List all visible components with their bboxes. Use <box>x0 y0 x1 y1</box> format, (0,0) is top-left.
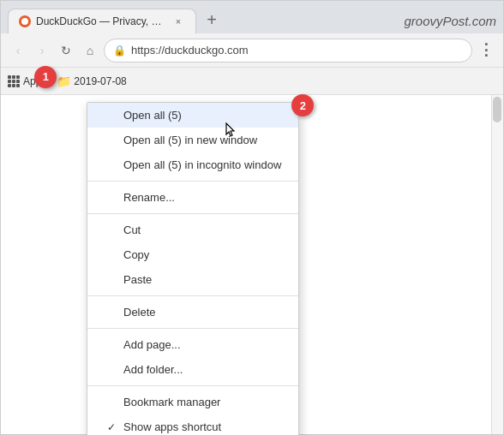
folder-wrapper: 📁 2019-07-08 1 <box>53 73 129 90</box>
context-menu-item-copy[interactable]: Copy <box>87 242 298 267</box>
folder-label: 2019-07-08 <box>74 75 126 87</box>
open-all-label: Open all (5) <box>123 109 182 122</box>
show-apps-label: Show apps shortcut <box>123 420 221 433</box>
paste-label: Paste <box>123 273 152 286</box>
context-menu-item-delete[interactable]: Delete <box>87 300 298 325</box>
browser-window: DuckDuckGo — Privacy, simplifie... × + g… <box>0 0 504 435</box>
separator-4 <box>87 328 298 329</box>
site-label: groovyPost.com <box>404 14 496 28</box>
apps-grid-icon <box>8 75 20 87</box>
bookmark-manager-label: Bookmark manager <box>123 396 220 408</box>
bookmarks-bar-inner: Apps 📁 2019-07-08 1 <box>8 73 130 90</box>
folder-icon: 📁 <box>57 74 71 88</box>
add-folder-label: Add folder... <box>123 363 183 376</box>
back-button[interactable]: ‹ <box>8 40 28 61</box>
delete-label: Delete <box>123 306 156 319</box>
context-menu-item-rename[interactable]: Rename... <box>87 185 298 210</box>
more-options-button[interactable]: ⋮ <box>476 40 496 61</box>
copy-label: Copy <box>123 248 149 261</box>
separator-1 <box>87 181 298 182</box>
annotation-2: 2 <box>291 94 314 116</box>
scrollbar-track[interactable] <box>491 95 503 434</box>
context-menu: Open all (5) 2 Open all (5) in new windo… <box>87 102 299 435</box>
address-bar[interactable]: 🔒 https://duckduckgo.com <box>104 39 472 63</box>
rename-label: Rename... <box>123 191 175 204</box>
separator-2 <box>87 213 298 214</box>
home-button[interactable]: ⌂ <box>80 40 100 61</box>
context-menu-item-show-apps[interactable]: ✓ Show apps shortcut <box>87 414 298 435</box>
active-tab[interactable]: DuckDuckGo — Privacy, simplifie... × <box>8 9 196 33</box>
reload-button[interactable]: ↻ <box>56 40 76 61</box>
open-new-window-label: Open all (5) in new window <box>123 134 257 146</box>
bookmarks-bar: Apps 📁 2019-07-08 1 <box>1 68 503 95</box>
scrollbar-thumb[interactable] <box>493 97 501 122</box>
tab-favicon <box>19 15 31 27</box>
context-menu-item-paste[interactable]: Paste <box>87 267 298 292</box>
tab-bar: DuckDuckGo — Privacy, simplifie... × + g… <box>1 1 503 33</box>
context-menu-item-open-all[interactable]: Open all (5) 2 <box>87 103 298 128</box>
bookmark-folder[interactable]: 📁 2019-07-08 <box>53 73 129 90</box>
annotation-1: 1 <box>34 66 57 88</box>
forward-button[interactable]: › <box>32 40 52 61</box>
tab-title: DuckDuckGo — Privacy, simplifie... <box>36 15 166 27</box>
context-menu-item-add-folder[interactable]: Add folder... <box>87 357 298 382</box>
separator-3 <box>87 295 298 296</box>
tab-close-button[interactable]: × <box>171 15 185 28</box>
context-menu-item-open-incognito[interactable]: Open all (5) in incognito window <box>87 152 298 177</box>
context-menu-item-add-page[interactable]: Add page... <box>87 332 298 357</box>
url-text: https://duckduckgo.com <box>131 44 249 57</box>
context-menu-item-cut[interactable]: Cut <box>87 218 298 242</box>
separator-5 <box>87 385 298 386</box>
checkmark-show-apps: ✓ <box>105 421 118 433</box>
open-incognito-label: Open all (5) in incognito window <box>123 158 281 171</box>
context-menu-item-open-new-window[interactable]: Open all (5) in new window <box>87 128 298 152</box>
new-tab-button[interactable]: + <box>200 8 224 32</box>
nav-bar: ‹ › ↻ ⌂ 🔒 https://duckduckgo.com ⋮ <box>1 33 503 68</box>
main-content: Open all (5) 2 Open all (5) in new windo… <box>1 95 503 434</box>
cut-label: Cut <box>123 223 141 236</box>
context-menu-item-bookmark-manager[interactable]: Bookmark manager <box>87 390 298 414</box>
add-page-label: Add page... <box>123 338 181 351</box>
lock-icon: 🔒 <box>113 45 126 57</box>
